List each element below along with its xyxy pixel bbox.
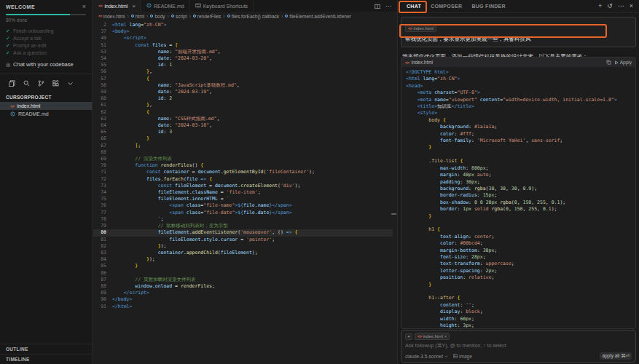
context-chip-index-html[interactable]: <> index.html × — [415, 333, 450, 340]
chevron-down-icon[interactable] — [67, 80, 74, 87]
context-file-chip[interactable]: <> index.html — [405, 25, 436, 32]
code-line: color: #00bcd4; — [406, 240, 631, 247]
tab-keyboard-shortcuts[interactable]: Keyboard Shortcuts — [190, 0, 254, 12]
line-number: 80 — [93, 229, 106, 236]
line-number: 81 — [93, 237, 106, 243]
git-branch-icon[interactable] — [38, 80, 44, 87]
symbol-icon — [227, 15, 230, 17]
code-line: padding: 30px; — [406, 179, 631, 186]
code-editor[interactable]: 2<html lang="zh-CN">37<body>49 <script>5… — [93, 20, 393, 364]
checklist-label: Accept a tab — [13, 35, 42, 42]
more-icon[interactable]: ⋯ — [618, 3, 624, 9]
code-line: 88 window.onload = renderFiles; — [93, 283, 393, 290]
line-number: 69 — [93, 156, 106, 162]
apply-all-button[interactable]: apply all ⌘⏎ — [600, 352, 632, 360]
breadcrumb-item[interactable]: files.forEach() callback — [227, 14, 279, 19]
check-icon: ✓ — [6, 28, 10, 35]
checklist-label: Ask a question — [13, 50, 47, 57]
line-number: 37 — [93, 28, 106, 35]
breadcrumb-separator: › — [281, 14, 283, 19]
code-line: 66 } — [93, 135, 393, 142]
code-line: box-shadow: 0 0 20px rgba(0, 150, 255, 0… — [406, 199, 631, 206]
more-actions-icon[interactable]: ⋯ — [385, 3, 392, 9]
add-context-button[interactable]: + — [405, 333, 412, 340]
split-editor-icon[interactable] — [375, 0, 380, 12]
overview-ruler-marker — [391, 213, 396, 215]
code-block-body: <!DOCTYPE html><html lang="zh-CN"><head>… — [401, 67, 635, 329]
chat-input-box[interactable]: + <> index.html × Ask followup (⌘Y), @ t… — [401, 330, 636, 363]
symbol-icon — [285, 15, 288, 17]
welcome-close-icon[interactable]: × — [82, 4, 86, 9]
breadcrumb-item[interactable]: body — [150, 14, 165, 19]
model-selector[interactable]: claude-3.5-sonnet — [405, 354, 448, 359]
chip-close-icon[interactable]: × — [444, 334, 447, 339]
symbol-icon — [150, 15, 153, 17]
tab-composer[interactable]: COMPOSER — [431, 4, 462, 9]
code-line: body { — [406, 117, 631, 124]
line-number: 87 — [93, 277, 106, 283]
breadcrumb-label: fileElement.addEventListener — [289, 14, 351, 19]
line-number: 73 — [93, 183, 106, 189]
check-icon: ✓ — [6, 42, 10, 50]
close-panel-icon[interactable]: × — [630, 3, 633, 9]
project-root-label[interactable]: CURSORPROJECT — [0, 91, 92, 102]
editor-actions: ⋯ — [369, 0, 397, 12]
breadcrumb-item[interactable]: renderFiles — [193, 14, 222, 19]
tab-bug-finder[interactable]: BUG FINDER — [471, 4, 506, 9]
timeline-section-header[interactable]: TIMELINE — [0, 354, 92, 364]
code-line: color: #fff; — [406, 131, 631, 138]
line-number: 72 — [93, 176, 106, 183]
breadcrumb-label: body — [154, 14, 165, 19]
code-line: 81 fileElement.style.cursor = 'pointer'; — [93, 237, 393, 243]
breadcrumb-item[interactable]: fileElement.addEventListener — [285, 14, 351, 19]
line-number: 57 — [93, 76, 106, 82]
apply-button[interactable]: Apply — [614, 60, 632, 65]
code-line: 55 id: 1 — [93, 62, 393, 68]
line-number: 53 — [93, 49, 106, 55]
file-tree-item-index-html[interactable]: <> index.html — [0, 102, 92, 110]
symbol-icon — [193, 15, 196, 17]
file-name: index.html — [17, 103, 40, 108]
outline-section-header[interactable]: OUTLINE — [0, 344, 92, 354]
sidebar-bottom-sections: OUTLINE TIMELINE — [0, 344, 92, 364]
tab-chat[interactable]: CHAT — [407, 4, 421, 9]
code-line: 61 }, — [93, 102, 393, 108]
code-line: 60 id: 2 — [93, 95, 393, 102]
tab-index-html[interactable]: <> index.html × — [93, 0, 141, 12]
onboarding-progress-bar — [6, 14, 86, 15]
new-file-icon[interactable] — [9, 80, 15, 87]
breadcrumb-item[interactable]: script — [171, 14, 187, 19]
breadcrumb[interactable]: <>index.html›html›body›script›renderFile… — [93, 12, 397, 20]
extensions-icon[interactable] — [52, 80, 59, 87]
file-name: README.md — [18, 111, 49, 116]
attach-image-button[interactable]: image — [453, 354, 472, 359]
chat-with-codebase-label: Chat with your codebase — [13, 61, 74, 68]
breadcrumb-label: renderFiles — [197, 14, 222, 19]
breadcrumb-item[interactable]: html — [131, 14, 144, 19]
code-line: 68 — [93, 149, 393, 156]
code-line: background: #1a1a1a; — [406, 124, 631, 130]
chat-with-codebase-item[interactable]: ◎ Chat with your codebase — [6, 61, 86, 68]
new-chat-icon[interactable]: + — [598, 3, 602, 9]
copy-code-icon[interactable] — [606, 60, 611, 66]
code-line: 67 ]; — [93, 143, 393, 149]
search-icon[interactable] — [23, 80, 30, 87]
checklist-item: ✓Accept a tab — [6, 35, 86, 42]
file-tree-item-readme-md[interactable]: README.md — [0, 110, 92, 118]
line-number: 71 — [93, 169, 106, 175]
code-line: 70 function renderFiles() { — [93, 162, 393, 169]
code-line: 2<html lang="zh-CN"> — [93, 22, 393, 28]
code-line: <head> — [406, 83, 631, 90]
progress-fill — [6, 14, 70, 15]
code-line: font-size: 28px; — [406, 254, 631, 261]
code-line: letter-spacing: 2px; — [406, 268, 631, 274]
checklist-item: ✓Finish onboarding — [6, 28, 86, 35]
breadcrumb-item[interactable]: <>index.html — [98, 14, 125, 19]
line-number: 89 — [93, 290, 106, 296]
tab-close-icon[interactable]: × — [132, 3, 136, 9]
code-line: 54 date: "2024-03-20", — [93, 55, 393, 62]
history-icon[interactable]: ↺ — [607, 3, 613, 9]
code-line: 53 name: "前端开发指南.md", — [93, 49, 393, 55]
tab-readme-md[interactable]: README.md — [141, 0, 190, 12]
code-line: 56 }, — [93, 68, 393, 75]
